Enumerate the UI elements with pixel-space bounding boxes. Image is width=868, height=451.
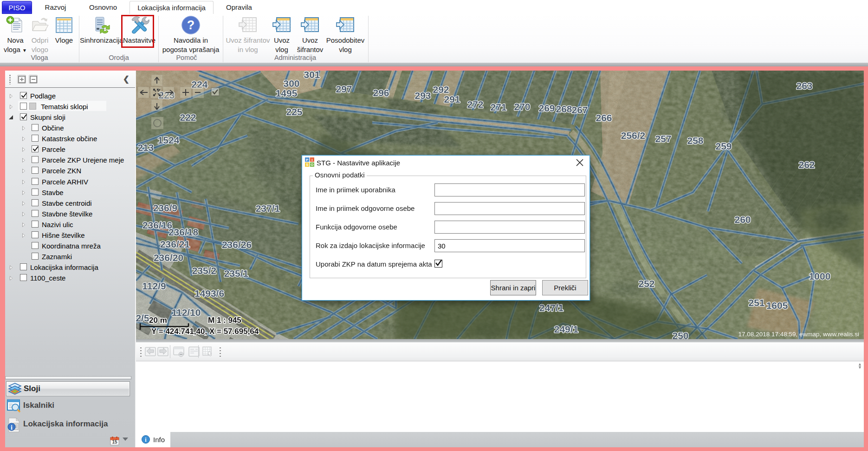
svg-text:270: 270	[514, 101, 530, 112]
svg-text:236/16: 236/16	[143, 220, 172, 230]
svg-text:259: 259	[715, 141, 732, 151]
svg-text:i: i	[11, 424, 13, 431]
svg-text:237/1: 237/1	[256, 203, 280, 214]
svg-text:296: 296	[373, 87, 389, 98]
svg-text:272: 272	[467, 99, 483, 110]
svg-text:?: ?	[187, 18, 195, 32]
svg-text:260: 260	[734, 214, 751, 225]
svg-text:297: 297	[336, 84, 352, 94]
svg-text:257: 257	[655, 133, 671, 144]
svg-text:236/18: 236/18	[168, 227, 199, 237]
svg-text:2/5: 2/5	[136, 313, 149, 323]
svg-text:249/1: 249/1	[554, 324, 579, 334]
svg-text:O: O	[311, 163, 313, 167]
svg-text:1605: 1605	[766, 300, 788, 311]
svg-text:256/2: 256/2	[621, 130, 646, 141]
svg-text:266: 266	[596, 112, 612, 123]
svg-text:258: 258	[687, 135, 703, 146]
svg-text:271: 271	[490, 102, 506, 112]
svg-text:S: S	[306, 163, 309, 167]
svg-text:236/20: 236/20	[154, 252, 183, 263]
svg-text:267: 267	[571, 105, 588, 115]
svg-text:269: 269	[538, 103, 555, 113]
svg-text:263: 263	[796, 80, 812, 91]
svg-text:235/2: 235/2	[192, 265, 217, 276]
svg-text:293: 293	[415, 90, 431, 101]
svg-text:301: 301	[304, 71, 320, 80]
svg-text:268: 268	[556, 104, 572, 114]
svg-text:Y = 424.741,40, X = 57.695,64: Y = 424.741,40, X = 57.695,64	[151, 327, 259, 336]
svg-text:235/1: 235/1	[224, 268, 249, 279]
svg-text:1000: 1000	[809, 271, 831, 281]
svg-text:17.08.2018 17:48:59, ewmap, ww: 17.08.2018 17:48:59, ewmap, www.realis.s…	[738, 331, 859, 338]
svg-text:I: I	[311, 158, 312, 162]
svg-text:222: 222	[180, 112, 196, 123]
svg-text:247/1: 247/1	[539, 302, 564, 313]
svg-text:292: 292	[433, 84, 449, 95]
svg-text:1495: 1495	[276, 88, 298, 98]
svg-text:P: P	[306, 158, 309, 162]
svg-text:236/26: 236/26	[222, 239, 252, 250]
svg-text:112/10: 112/10	[171, 307, 201, 318]
svg-text:112/9: 112/9	[142, 281, 166, 291]
svg-text:225: 225	[286, 106, 302, 117]
svg-text:291: 291	[444, 94, 460, 105]
svg-text:250: 250	[672, 330, 688, 339]
svg-text:15: 15	[112, 439, 117, 444]
svg-text:20 m: 20 m	[149, 316, 167, 325]
svg-text:1524: 1524	[158, 135, 180, 145]
svg-text:236/21: 236/21	[160, 239, 190, 249]
svg-text:i: i	[145, 436, 147, 443]
svg-text:300: 300	[283, 78, 299, 89]
svg-text:213: 213	[137, 142, 154, 153]
svg-text:1493/6: 1493/6	[194, 288, 224, 299]
svg-text:236/9: 236/9	[153, 203, 178, 213]
svg-text:252: 252	[638, 278, 654, 289]
svg-text:262: 262	[798, 159, 815, 170]
svg-text:M 1 : 945: M 1 : 945	[208, 316, 241, 325]
svg-text:251: 251	[748, 297, 764, 308]
